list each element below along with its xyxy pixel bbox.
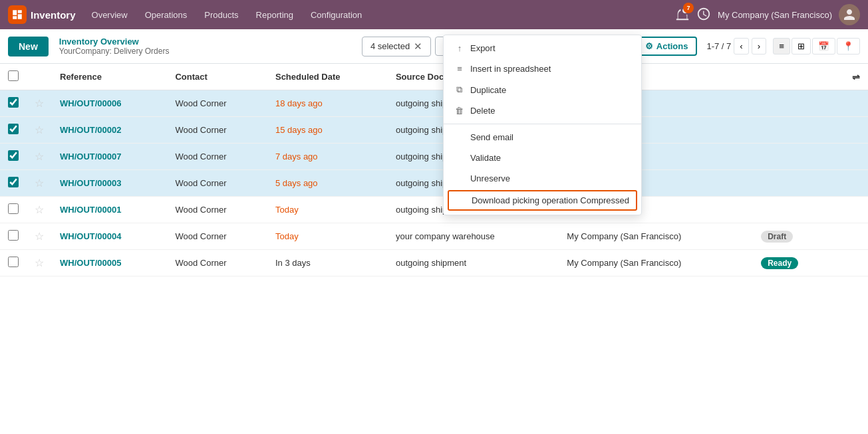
star-icon[interactable]: ☆ — [35, 231, 44, 242]
row-status — [753, 144, 832, 170]
reference-link[interactable]: WH/OUT/00004 — [60, 231, 121, 241]
col-reference: Reference — [52, 64, 167, 90]
top-menu: Overview Operations Products Reporting C… — [84, 6, 673, 24]
notification-button[interactable]: 7 — [675, 7, 690, 23]
row-checkbox-cell — [0, 197, 27, 223]
action-validate-label: Validate — [470, 153, 501, 163]
row-checkbox[interactable] — [8, 150, 19, 161]
pagination-prev[interactable]: ‹ — [734, 38, 748, 54]
row-status — [753, 90, 832, 117]
row-date: 18 days ago — [267, 90, 388, 117]
row-reference[interactable]: WH/OUT/00006 — [52, 90, 167, 117]
col-filter-button[interactable]: ⇌ — [832, 64, 868, 90]
top-navigation: Inventory Overview Operations Products R… — [0, 0, 868, 29]
row-contact: Wood Corner — [167, 90, 267, 117]
view-switcher: ≡ ⊞ 📅 📍 — [773, 38, 860, 54]
menu-divider — [444, 124, 641, 124]
star-icon[interactable]: ☆ — [35, 151, 44, 162]
filter-icon: ⇌ — [852, 72, 860, 82]
reference-link[interactable]: WH/OUT/00003 — [60, 178, 121, 188]
table-row: ☆ WH/OUT/00004 Wood Corner Today your co… — [0, 223, 868, 250]
new-button[interactable]: New — [8, 37, 49, 56]
nav-reporting[interactable]: Reporting — [248, 6, 301, 24]
action-duplicate[interactable]: ⧉ Duplicate — [444, 79, 641, 100]
app-logo[interactable]: Inventory — [8, 5, 76, 24]
list-view-button[interactable]: ≡ — [773, 38, 790, 54]
row-extra — [832, 144, 868, 170]
reference-link[interactable]: WH/OUT/00006 — [60, 98, 121, 108]
date-value: 18 days ago — [275, 98, 323, 108]
row-date: 15 days ago — [267, 117, 388, 144]
reference-link[interactable]: WH/OUT/00005 — [60, 258, 121, 268]
kanban-view-button[interactable]: ⊞ — [792, 38, 811, 54]
row-checkbox[interactable] — [8, 203, 19, 214]
duplicate-icon: ⧉ — [454, 84, 465, 95]
actions-button[interactable]: ⚙ Actions — [636, 37, 698, 56]
action-duplicate-label: Duplicate — [470, 85, 506, 95]
star-icon[interactable]: ☆ — [35, 257, 44, 269]
map-view-button[interactable]: 📍 — [837, 38, 860, 54]
action-unreserve[interactable]: Unreserve — [444, 168, 641, 189]
row-date: Today — [267, 223, 388, 250]
col-contact: Contact — [167, 64, 267, 90]
logo-icon — [8, 5, 27, 24]
star-icon[interactable]: ☆ — [35, 177, 44, 189]
row-checkbox[interactable] — [8, 257, 19, 267]
user-avatar[interactable] — [839, 4, 860, 25]
row-reference[interactable]: WH/OUT/00007 — [52, 144, 167, 170]
action-validate[interactable]: Validate — [444, 148, 641, 168]
reference-link[interactable]: WH/OUT/00007 — [60, 152, 121, 162]
row-contact: Wood Corner — [167, 223, 267, 250]
clock-icon[interactable] — [696, 7, 711, 23]
top-right-actions: 7 My Company (San Francisco) — [675, 4, 860, 25]
action-send-email[interactable]: Send email — [444, 127, 641, 148]
row-reference[interactable]: WH/OUT/00004 — [52, 223, 167, 250]
nav-overview[interactable]: Overview — [84, 6, 136, 24]
row-status: Ready — [753, 250, 832, 276]
breadcrumb-main[interactable]: Inventory Overview — [59, 37, 170, 47]
actions-label: Actions — [656, 41, 688, 51]
nav-configuration[interactable]: Configuration — [303, 6, 370, 24]
action-send-email-label: Send email — [470, 132, 513, 142]
date-value: In 3 days — [275, 258, 311, 268]
pagination-next[interactable]: › — [752, 38, 766, 54]
row-reference[interactable]: WH/OUT/00002 — [52, 117, 167, 144]
row-contact: Wood Corner — [167, 144, 267, 170]
company-name[interactable]: My Company (San Francisco) — [718, 10, 832, 20]
select-all-checkbox[interactable] — [8, 70, 19, 81]
row-checkbox[interactable] — [8, 177, 19, 187]
row-extra — [832, 90, 868, 117]
status-badge: Ready — [761, 257, 798, 269]
row-checkbox[interactable] — [8, 97, 19, 108]
reference-link[interactable]: WH/OUT/00002 — [60, 125, 121, 135]
row-source: outgoing shipment — [388, 250, 559, 276]
row-reference[interactable]: WH/OUT/00001 — [52, 197, 167, 223]
action-insert-spreadsheet[interactable]: ≡ Insert in spreadsheet — [444, 58, 641, 79]
star-icon[interactable]: ☆ — [35, 98, 44, 109]
row-extra — [832, 170, 868, 197]
row-date: In 3 days — [267, 250, 388, 276]
row-company: My Company (San Francisco) — [559, 223, 753, 250]
row-reference[interactable]: WH/OUT/00005 — [52, 250, 167, 276]
action-download-picking[interactable]: Download picking operation Compressed — [448, 190, 637, 211]
nav-operations[interactable]: Operations — [137, 6, 196, 24]
action-delete[interactable]: 🗑 Delete — [444, 100, 641, 121]
table-row: ☆ WH/OUT/00005 Wood Corner In 3 days out… — [0, 250, 868, 276]
row-contact: Wood Corner — [167, 117, 267, 144]
star-icon[interactable]: ☆ — [35, 204, 44, 215]
clear-selection-button[interactable]: ✕ — [414, 41, 422, 53]
date-value: 7 days ago — [275, 152, 318, 162]
nav-products[interactable]: Products — [196, 6, 246, 24]
row-checkbox-cell — [0, 223, 27, 250]
table-row: ☆ WH/OUT/00002 Wood Corner 15 days ago o… — [0, 117, 868, 144]
row-reference[interactable]: WH/OUT/00003 — [52, 170, 167, 197]
action-export[interactable]: ↑ Export — [444, 38, 641, 58]
export-icon: ↑ — [454, 43, 465, 53]
col-scheduled-date: Scheduled Date — [267, 64, 388, 90]
reference-link[interactable]: WH/OUT/00001 — [60, 205, 121, 215]
row-checkbox[interactable] — [8, 230, 19, 241]
star-icon[interactable]: ☆ — [35, 124, 44, 136]
calendar-view-button[interactable]: 📅 — [812, 38, 835, 54]
row-checkbox[interactable] — [8, 124, 19, 134]
selected-badge[interactable]: 4 selected ✕ — [362, 37, 431, 56]
